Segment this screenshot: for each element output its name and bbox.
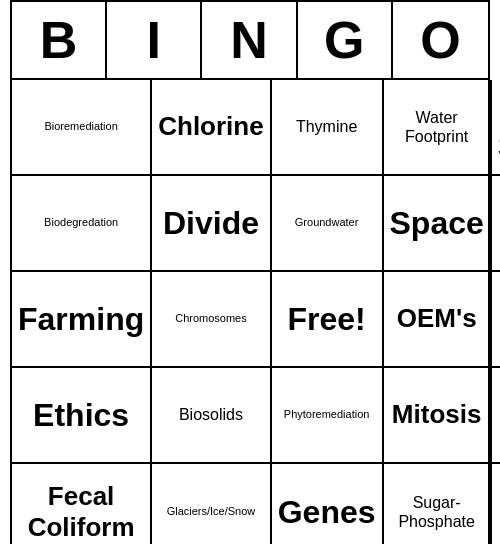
- cell-text: Groundwater: [295, 216, 359, 229]
- bingo-cell-13: OEM's: [384, 272, 492, 368]
- header-letter: B: [12, 2, 107, 78]
- bingo-cell-18: Mitosis: [384, 368, 492, 464]
- cell-text: Glaciers/Ice/Snow: [167, 505, 256, 518]
- bingo-cell-22: Genes: [272, 464, 384, 544]
- bingo-cell-19: Meiosis: [492, 368, 500, 464]
- bingo-cell-11: Chromosomes: [152, 272, 271, 368]
- bingo-cell-12: Free!: [272, 272, 384, 368]
- header-letter: N: [202, 2, 297, 78]
- header-letter: G: [298, 2, 393, 78]
- cell-text: Chlorine: [158, 111, 263, 142]
- bingo-cell-0: Bioremediation: [12, 80, 152, 176]
- bingo-grid: BioremediationChlorineThymineWater Footp…: [12, 80, 488, 544]
- cell-text: Phytoremediation: [284, 408, 370, 421]
- bingo-cell-24: Nucleotides: [492, 464, 500, 544]
- bingo-cell-6: Divide: [152, 176, 271, 272]
- bingo-cell-9: Cytosine: [492, 176, 500, 272]
- cell-text: Thymine: [296, 117, 357, 136]
- cell-text: Ethics: [33, 396, 129, 434]
- cell-text: Biodegredation: [44, 216, 118, 229]
- bingo-cell-7: Groundwater: [272, 176, 384, 272]
- bingo-cell-4: Oil Spills: [492, 80, 500, 176]
- cell-text: Fecal Coliform: [18, 481, 144, 543]
- bingo-cell-23: Sugar-Phosphate: [384, 464, 492, 544]
- bingo-cell-17: Phytoremediation: [272, 368, 384, 464]
- cell-text: Divide: [163, 204, 259, 242]
- bingo-cell-5: Biodegredation: [12, 176, 152, 272]
- cell-text: Mitosis: [392, 399, 482, 430]
- bingo-header: BINGO: [12, 2, 488, 80]
- cell-text: Space: [390, 204, 484, 242]
- bingo-cell-14: Dead Zone: [492, 272, 500, 368]
- cell-text: Free!: [287, 300, 365, 338]
- bingo-cell-15: Ethics: [12, 368, 152, 464]
- cell-text: Bioremediation: [44, 120, 117, 133]
- bingo-cell-1: Chlorine: [152, 80, 271, 176]
- cell-text: Chromosomes: [175, 312, 247, 325]
- bingo-cell-3: Water Footprint: [384, 80, 492, 176]
- bingo-card: BINGO BioremediationChlorineThymineWater…: [10, 0, 490, 544]
- cell-text: OEM's: [397, 303, 477, 334]
- bingo-cell-16: Biosolids: [152, 368, 271, 464]
- bingo-cell-8: Space: [384, 176, 492, 272]
- cell-text: Water Footprint: [390, 108, 484, 146]
- cell-text: Farming: [18, 300, 144, 338]
- bingo-cell-10: Farming: [12, 272, 152, 368]
- cell-text: Genes: [278, 493, 376, 531]
- bingo-cell-20: Fecal Coliform: [12, 464, 152, 544]
- bingo-cell-21: Glaciers/Ice/Snow: [152, 464, 271, 544]
- header-letter: O: [393, 2, 488, 78]
- header-letter: I: [107, 2, 202, 78]
- cell-text: Biosolids: [179, 405, 243, 424]
- bingo-cell-2: Thymine: [272, 80, 384, 176]
- cell-text: Sugar-Phosphate: [390, 493, 484, 531]
